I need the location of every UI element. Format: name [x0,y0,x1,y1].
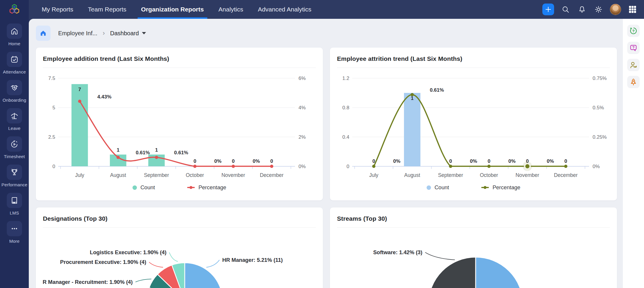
svg-text:0: 0 [564,158,567,164]
legend-item-percentage[interactable]: Percentage [481,184,520,191]
sidebar-item-label: Performance [1,182,27,187]
content-area: Employee Inf... › Dashboard Employee add… [29,19,623,288]
notifications-button[interactable] [577,4,587,14]
svg-text:0.25%: 0.25% [593,134,607,140]
svg-text:October: October [480,172,498,178]
svg-text:September: September [144,172,169,178]
breadcrumb-page-selector[interactable]: Dashboard [110,30,146,37]
chart-title: Employee attrition trend (Last Six Month… [337,55,610,62]
app-logo[interactable] [0,0,29,19]
sidebar-item-more[interactable]: More [7,221,22,244]
card-employee-attrition-trend: Employee attrition trend (Last Six Month… [330,48,617,200]
legend-item-count[interactable]: Count [133,184,155,191]
legend-dot-swatch [133,185,137,190]
sidebar-nav: Home Attendance Onboarding Leave Timeshe… [1,19,27,244]
apps-launcher-button[interactable] [628,4,638,14]
svg-text:0%: 0% [298,164,306,169]
breadcrumb-separator-icon: › [103,29,105,37]
svg-text:December: December [554,172,578,178]
addition-trend-chart[interactable]: 7.56%54%2.52%00%7110004.43%0.61%0.61%0%0… [43,72,316,181]
home-icon [40,30,47,37]
sidebar-item-onboarding[interactable]: Onboarding [3,80,26,103]
svg-text:0.4: 0.4 [342,134,349,140]
sidebar-item-label: Home [9,41,21,46]
tab-organization-reports[interactable]: Organization Reports [140,0,205,19]
whats-new-button[interactable] [627,76,640,88]
sidebar-item-attendance[interactable]: Attendance [3,52,26,74]
svg-text:July: July [75,172,84,178]
content-row: Employee Inf... › Dashboard Employee add… [29,19,644,288]
svg-text:0.61%: 0.61% [430,87,444,93]
svg-text:0: 0 [53,164,55,169]
referral-button[interactable] [627,59,640,71]
left-sidebar: Home Attendance Onboarding Leave Timeshe… [0,0,29,288]
designations-pie-chart[interactable]: Logistics Executive: 1.90% (4)Procuremen… [43,228,316,288]
performance-icon [10,168,19,177]
tab-team-reports[interactable]: Team Reports [87,0,128,19]
help-chat-icon: ? [629,27,638,35]
svg-text:September: September [438,172,463,178]
legend-item-count[interactable]: Count [427,184,449,191]
svg-text:?: ? [632,45,635,50]
sidebar-item-label: Onboarding [3,98,26,103]
svg-text:0: 0 [232,158,234,164]
search-button[interactable] [561,4,571,14]
attendance-icon [10,55,19,64]
tab-my-reports[interactable]: My Reports [41,0,74,19]
chevron-down-icon [142,32,146,34]
svg-text:November: November [516,172,539,178]
svg-text:0%: 0% [470,158,477,164]
add-button[interactable] [542,4,554,15]
sidebar-item-timesheet[interactable]: Timesheet [4,136,25,159]
svg-text:0.5%: 0.5% [593,105,604,110]
sidebar-item-home[interactable]: Home [7,24,22,46]
svg-text:0.75%: 0.75% [593,76,607,81]
svg-text:HR Manager: 5.21% (11): HR Manager: 5.21% (11) [222,257,283,263]
svg-text:7: 7 [78,87,81,92]
svg-text:November: November [222,172,245,178]
svg-text:7.5: 7.5 [48,76,55,81]
svg-text:1.2: 1.2 [342,76,349,81]
streams-pie-chart[interactable]: Software: 1.42% (3) [337,228,610,288]
legend-label: Count [435,184,449,191]
rocket-icon [629,78,638,86]
faq-button[interactable]: ? [627,42,640,54]
timesheet-icon [10,140,19,148]
help-chat-button[interactable]: ? [627,25,640,37]
chart-title: Streams (Top 30) [337,215,610,222]
tab-analytics[interactable]: Analytics [217,0,244,19]
svg-text:0: 0 [194,158,196,164]
lms-icon [10,196,19,205]
sidebar-item-label: Leave [8,126,21,131]
svg-text:0%: 0% [593,164,600,169]
legend-dot-swatch [427,185,431,190]
nav-actions [542,4,644,15]
sidebar-item-leave[interactable]: Leave [7,108,22,131]
svg-text:Software: 1.42% (3): Software: 1.42% (3) [373,249,422,255]
chart-title: Designations (Top 30) [43,215,316,222]
sidebar-item-label: LMS [10,210,19,215]
sidebar-item-lms[interactable]: LMS [7,193,22,215]
user-avatar[interactable] [610,4,621,15]
chart-legend: CountPercentage [43,184,316,191]
sidebar-item-label: Attendance [3,69,26,74]
svg-text:4%: 4% [298,105,306,110]
svg-text:2.5: 2.5 [48,134,55,140]
card-streams: Streams (Top 30) Software: 1.42% (3) [330,207,617,288]
breadcrumb-home-button[interactable] [36,26,51,41]
settings-button[interactable] [593,4,603,14]
breadcrumb-module[interactable]: Employee Inf... [58,30,97,37]
bell-icon [578,5,586,14]
card-designations: Designations (Top 30) Logistics Executiv… [36,207,323,288]
legend-item-percentage[interactable]: Percentage [187,184,226,191]
tab-advanced-analytics[interactable]: Advanced Analytics [257,0,313,19]
svg-text:December: December [260,172,284,178]
sidebar-item-performance[interactable]: Performance [1,165,27,187]
attrition-trend-chart[interactable]: 1.20.75%0.80.5%0.40.25%00%0100000%0.61%0… [337,72,610,181]
report-tabs: My Reports Team Reports Organization Rep… [41,0,325,19]
svg-text:6%: 6% [298,76,306,81]
search-icon [561,5,570,14]
svg-text:0: 0 [488,158,490,164]
svg-text:HR Manager - Recruitment: 1.90: HR Manager - Recruitment: 1.90% (4) [43,279,133,285]
legend-line-swatch [187,187,195,188]
